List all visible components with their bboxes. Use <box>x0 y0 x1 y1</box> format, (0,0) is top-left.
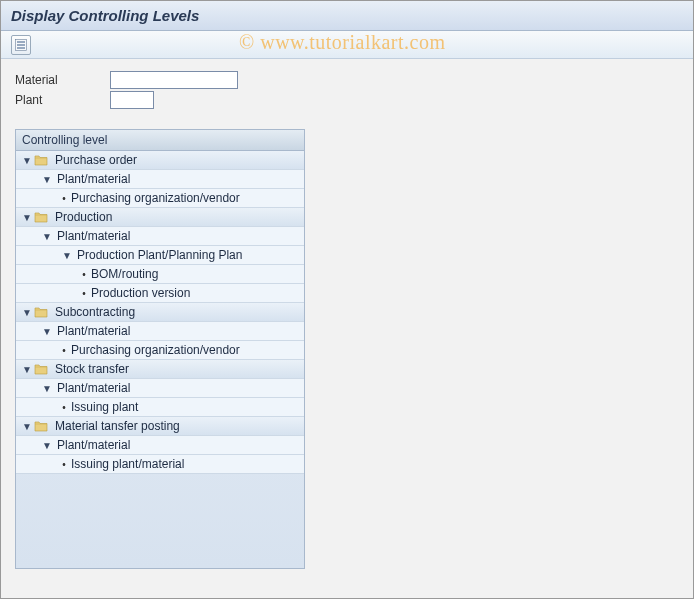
expand-icon[interactable]: ▼ <box>21 212 33 223</box>
tree-node[interactable]: •BOM/routing <box>16 265 304 284</box>
expand-icon[interactable]: ▼ <box>41 174 53 185</box>
material-field[interactable] <box>110 71 238 89</box>
material-label: Material <box>15 73 110 87</box>
expand-icon[interactable]: ▼ <box>41 440 53 451</box>
expand-icon[interactable]: ▼ <box>41 231 53 242</box>
tree-node-label: Plant/material <box>54 229 130 243</box>
tree-node-label: Purchasing organization/vendor <box>68 343 240 357</box>
tree-node-label: Material tansfer posting <box>52 419 180 433</box>
tree-node-label: Production version <box>88 286 190 300</box>
bullet-icon: • <box>60 459 68 470</box>
tree-header: Controlling level <box>16 130 304 151</box>
expand-icon[interactable]: ▼ <box>41 326 53 337</box>
tree-node-label: Production <box>52 210 112 224</box>
expand-icon[interactable]: ▼ <box>21 364 33 375</box>
tree-node-label: Subcontracting <box>52 305 135 319</box>
folder-icon <box>34 306 48 318</box>
tree-node-label: Plant/material <box>54 381 130 395</box>
folder-icon <box>34 154 48 166</box>
tree-body: ▼Purchase order▼Plant/material•Purchasin… <box>16 151 304 568</box>
tree-node[interactable]: •Issuing plant/material <box>16 455 304 474</box>
tree-node[interactable]: ▼Purchase order <box>16 151 304 170</box>
details-icon <box>15 39 27 51</box>
tree-node[interactable]: ▼Plant/material <box>16 379 304 398</box>
tree-node-label: Plant/material <box>54 438 130 452</box>
tree-node[interactable]: •Issuing plant <box>16 398 304 417</box>
expand-icon[interactable]: ▼ <box>21 307 33 318</box>
tree-node-label: BOM/routing <box>88 267 158 281</box>
plant-field[interactable] <box>110 91 154 109</box>
expand-icon[interactable]: ▼ <box>41 383 53 394</box>
tree-node[interactable]: ▼Plant/material <box>16 436 304 455</box>
page-title: Display Controlling Levels <box>11 7 199 24</box>
controlling-level-tree: Controlling level ▼Purchase order▼Plant/… <box>15 129 305 569</box>
bullet-icon: • <box>60 345 68 356</box>
tree-node-label: Issuing plant/material <box>68 457 184 471</box>
folder-icon <box>34 211 48 223</box>
expand-icon[interactable]: ▼ <box>21 155 33 166</box>
tree-node[interactable]: ▼Plant/material <box>16 227 304 246</box>
bullet-icon: • <box>60 193 68 204</box>
tree-node[interactable]: •Production version <box>16 284 304 303</box>
page-title-bar: Display Controlling Levels <box>1 1 693 31</box>
tree-node[interactable]: ▼Production Plant/Planning Plan <box>16 246 304 265</box>
plant-label: Plant <box>15 93 110 107</box>
tree-node-label: Purchase order <box>52 153 137 167</box>
tree-node[interactable]: •Purchasing organization/vendor <box>16 189 304 208</box>
tree-node[interactable]: •Purchasing organization/vendor <box>16 341 304 360</box>
tree-node-label: Plant/material <box>54 324 130 338</box>
tree-node[interactable]: ▼Material tansfer posting <box>16 417 304 436</box>
tree-node[interactable]: ▼Plant/material <box>16 170 304 189</box>
bullet-icon: • <box>80 269 88 280</box>
folder-icon <box>34 363 48 375</box>
expand-icon[interactable]: ▼ <box>61 250 73 261</box>
tree-node-label: Stock transfer <box>52 362 129 376</box>
tree-node[interactable]: ▼Plant/material <box>16 322 304 341</box>
tree-node-label: Plant/material <box>54 172 130 186</box>
tree-node-label: Purchasing organization/vendor <box>68 191 240 205</box>
tree-node[interactable]: ▼Production <box>16 208 304 227</box>
folder-icon <box>34 420 48 432</box>
toolbar <box>1 31 693 59</box>
tree-node-label: Issuing plant <box>68 400 138 414</box>
bullet-icon: • <box>60 402 68 413</box>
bullet-icon: • <box>80 288 88 299</box>
expand-icon[interactable]: ▼ <box>21 421 33 432</box>
selection-form: Material Plant <box>1 59 693 121</box>
details-button[interactable] <box>11 35 31 55</box>
tree-node[interactable]: ▼Subcontracting <box>16 303 304 322</box>
tree-node-label: Production Plant/Planning Plan <box>74 248 242 262</box>
tree-node[interactable]: ▼Stock transfer <box>16 360 304 379</box>
